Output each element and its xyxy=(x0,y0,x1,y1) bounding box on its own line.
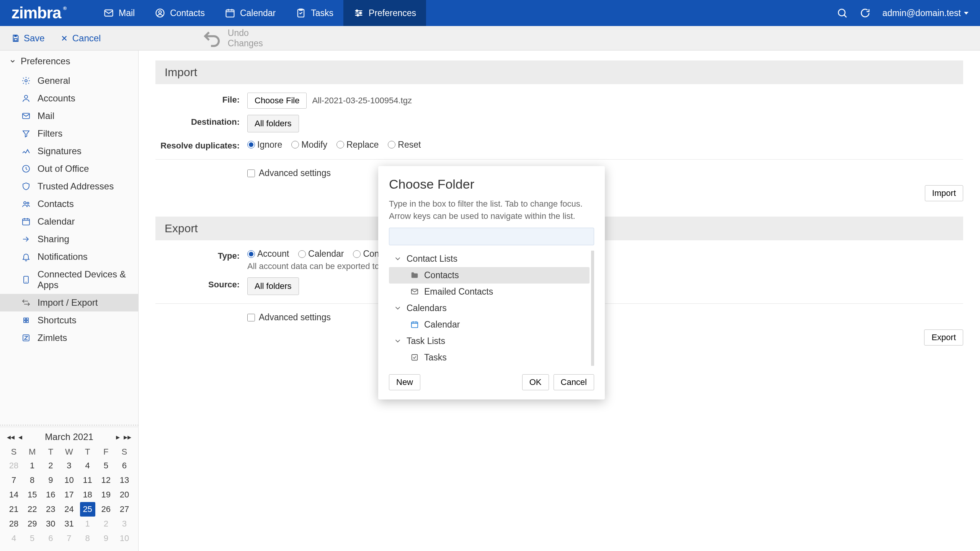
calendar-day[interactable]: 4 xyxy=(6,531,21,546)
cancel-button[interactable]: Cancel xyxy=(60,33,101,44)
resolve-reset[interactable]: Reset xyxy=(388,140,421,150)
sidebar-item-import-export[interactable]: Import / Export xyxy=(0,294,138,311)
calendar-day[interactable]: 10 xyxy=(117,531,132,546)
save-button[interactable]: Save xyxy=(11,33,45,44)
resolve-modify[interactable]: Modify xyxy=(291,140,327,150)
radio-calendar[interactable] xyxy=(298,250,306,258)
new-folder-button[interactable]: New xyxy=(389,374,420,390)
calendar-title[interactable]: March 2021 xyxy=(45,432,93,442)
calendar-day[interactable]: 6 xyxy=(117,458,132,473)
logo[interactable]: zimbra xyxy=(0,0,93,26)
calendar-day[interactable]: 5 xyxy=(24,531,40,546)
sidebar-item-zimlets[interactable]: Zimlets xyxy=(0,329,138,347)
sidebar-item-out-of-office[interactable]: Out of Office xyxy=(0,160,138,178)
tree-item-calendar[interactable]: Calendar xyxy=(389,316,590,333)
calendar-day[interactable]: 18 xyxy=(80,487,95,502)
calendar-day[interactable]: 11 xyxy=(80,473,95,487)
refresh-icon[interactable] xyxy=(859,7,871,19)
radio-replace[interactable] xyxy=(336,141,344,148)
calendar-day[interactable]: 28 xyxy=(6,458,21,473)
sidebar-item-contacts[interactable]: Contacts xyxy=(0,195,138,213)
calendar-day[interactable]: 10 xyxy=(61,473,77,487)
tab-mail[interactable]: Mail xyxy=(93,0,145,26)
sidebar-preferences-header[interactable]: Preferences xyxy=(0,51,138,72)
type-account[interactable]: Account xyxy=(247,249,289,259)
tab-calendar[interactable]: Calendar xyxy=(215,0,286,26)
choose-file-button[interactable]: Choose File xyxy=(247,93,307,109)
calendar-prev-year[interactable]: ◂◂ xyxy=(7,432,15,442)
sidebar-item-shortcuts[interactable]: Shortcuts xyxy=(0,311,138,329)
sidebar-item-connected-devices[interactable]: Connected Devices & Apps xyxy=(0,266,138,294)
calendar-day[interactable]: 13 xyxy=(117,473,132,487)
calendar-next-year[interactable]: ▸▸ xyxy=(124,432,131,442)
radio-modify[interactable] xyxy=(291,141,299,148)
sidebar-item-accounts[interactable]: Accounts xyxy=(0,90,138,107)
checkbox-advanced-import[interactable] xyxy=(247,170,255,177)
calendar-day[interactable]: 25 xyxy=(80,502,95,517)
calendar-prev-month[interactable]: ◂ xyxy=(18,432,22,442)
calendar-day[interactable]: 27 xyxy=(117,502,132,517)
type-calendar[interactable]: Calendar xyxy=(298,249,344,259)
sidebar-item-sharing[interactable]: Sharing xyxy=(0,230,138,248)
radio-contacts[interactable] xyxy=(353,250,361,258)
calendar-day[interactable]: 23 xyxy=(43,502,58,517)
tree-item-tasks[interactable]: Tasks xyxy=(389,349,590,366)
calendar-day[interactable]: 15 xyxy=(24,487,40,502)
export-button[interactable]: Export xyxy=(924,329,963,346)
calendar-day[interactable]: 3 xyxy=(117,517,132,531)
export-advanced-settings[interactable]: Advanced settings xyxy=(247,312,331,323)
radio-reset[interactable] xyxy=(388,141,395,148)
calendar-day[interactable]: 7 xyxy=(6,473,21,487)
resolve-ignore[interactable]: Ignore xyxy=(247,140,282,150)
calendar-day[interactable]: 21 xyxy=(6,502,21,517)
tab-tasks[interactable]: Tasks xyxy=(286,0,343,26)
calendar-day[interactable]: 31 xyxy=(61,517,77,531)
calendar-day[interactable]: 4 xyxy=(80,458,95,473)
source-button[interactable]: All folders xyxy=(247,277,299,295)
resolve-replace[interactable]: Replace xyxy=(336,140,379,150)
sidebar-item-trusted-addresses[interactable]: Trusted Addresses xyxy=(0,178,138,195)
tree-item-emailed-contacts[interactable]: Emailed Contacts xyxy=(389,284,590,300)
calendar-day[interactable]: 3 xyxy=(61,458,77,473)
calendar-day[interactable]: 12 xyxy=(98,473,114,487)
sidebar-item-signatures[interactable]: Signatures xyxy=(0,142,138,160)
sidebar-splitter[interactable] xyxy=(0,424,138,427)
checkbox-advanced-export[interactable] xyxy=(247,314,255,321)
calendar-day[interactable]: 26 xyxy=(98,502,114,517)
calendar-day[interactable]: 6 xyxy=(43,531,58,546)
tree-item-contacts[interactable]: Contacts xyxy=(389,267,590,284)
tree-group-calendars[interactable]: Calendars xyxy=(389,300,590,316)
ok-button[interactable]: OK xyxy=(522,374,549,390)
calendar-day[interactable]: 29 xyxy=(24,517,40,531)
sidebar-item-calendar[interactable]: Calendar xyxy=(0,213,138,230)
calendar-day[interactable]: 30 xyxy=(43,517,58,531)
tab-contacts[interactable]: Contacts xyxy=(145,0,215,26)
calendar-day[interactable]: 28 xyxy=(6,517,21,531)
radio-account[interactable] xyxy=(247,250,255,258)
user-menu[interactable]: admin@domain.test xyxy=(882,8,969,18)
import-advanced-settings[interactable]: Advanced settings xyxy=(247,168,331,178)
search-icon[interactable] xyxy=(836,7,848,19)
calendar-day[interactable]: 16 xyxy=(43,487,58,502)
sidebar-item-mail[interactable]: Mail xyxy=(0,107,138,125)
calendar-day[interactable]: 2 xyxy=(43,458,58,473)
destination-button[interactable]: All folders xyxy=(247,115,299,132)
calendar-day[interactable]: 8 xyxy=(24,473,40,487)
calendar-next-month[interactable]: ▸ xyxy=(116,432,120,442)
cancel-dialog-button[interactable]: Cancel xyxy=(554,374,594,390)
calendar-day[interactable]: 19 xyxy=(98,487,114,502)
calendar-day[interactable]: 5 xyxy=(98,458,114,473)
calendar-day[interactable]: 1 xyxy=(24,458,40,473)
tab-preferences[interactable]: Preferences xyxy=(343,0,426,26)
tree-group-contact-lists[interactable]: Contact Lists xyxy=(389,251,590,267)
radio-ignore[interactable] xyxy=(247,141,255,148)
sidebar-item-general[interactable]: General xyxy=(0,72,138,90)
calendar-day[interactable]: 24 xyxy=(61,502,77,517)
calendar-day[interactable]: 8 xyxy=(80,531,95,546)
tree-group-task-lists[interactable]: Task Lists xyxy=(389,333,590,349)
calendar-day[interactable]: 9 xyxy=(43,473,58,487)
calendar-day[interactable]: 17 xyxy=(61,487,77,502)
calendar-day[interactable]: 20 xyxy=(117,487,132,502)
calendar-day[interactable]: 1 xyxy=(80,517,95,531)
calendar-day[interactable]: 14 xyxy=(6,487,21,502)
